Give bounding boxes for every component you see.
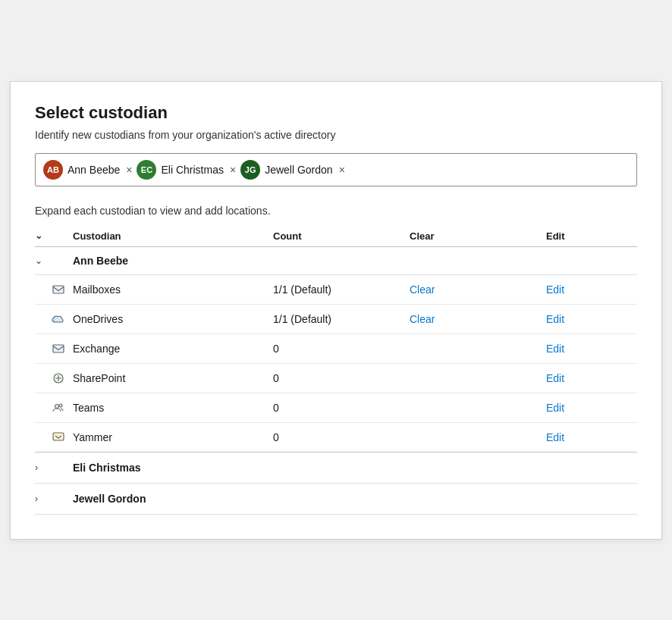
header-count: Count bbox=[273, 230, 410, 242]
tag-ec: ECEli Christmas× bbox=[137, 160, 236, 180]
tag-ab: ABAnn Beebe× bbox=[43, 160, 132, 180]
edit-link-onedrives[interactable]: Edit bbox=[546, 313, 564, 325]
header-edit: Edit bbox=[546, 230, 637, 242]
location-row-onedrives: OneDrives1/1 (Default)ClearEdit bbox=[35, 305, 637, 334]
collapsed-chevron-jewell-gordon[interactable]: › bbox=[35, 493, 73, 504]
location-edit-exchange[interactable]: Edit bbox=[546, 342, 637, 355]
svg-point-3 bbox=[55, 404, 59, 408]
location-edit-sharepoint[interactable]: Edit bbox=[546, 371, 637, 385]
location-icon-mailboxes bbox=[35, 283, 73, 296]
location-icon-yammer bbox=[35, 431, 73, 444]
tag-name-ab: Ann Beebe bbox=[68, 164, 120, 176]
header-chevron-col: ⌄ bbox=[35, 230, 73, 241]
location-count-yammer: 0 bbox=[273, 431, 410, 443]
avatar-jg: JG bbox=[240, 160, 260, 180]
svg-rect-5 bbox=[53, 433, 64, 440]
location-edit-onedrives[interactable]: Edit bbox=[546, 312, 637, 326]
select-custodian-panel: Select custodian Identify new custodians… bbox=[10, 81, 662, 540]
location-icon-exchange bbox=[35, 342, 73, 355]
avatar-ab: AB bbox=[43, 160, 63, 180]
page-title: Select custodian bbox=[35, 103, 637, 123]
custodian-search-box[interactable]: ABAnn Beebe×ECEli Christmas×JGJewell Gor… bbox=[35, 153, 637, 186]
tag-jg: JGJewell Gordon× bbox=[240, 160, 345, 180]
tag-close-ec[interactable]: × bbox=[230, 164, 236, 175]
location-edit-teams[interactable]: Edit bbox=[546, 401, 637, 415]
location-row-exchange: Exchange0Edit bbox=[35, 334, 637, 364]
location-row-sharepoint: SharePoint0Edit bbox=[35, 364, 637, 393]
collapsed-row-jewell-gordon[interactable]: ›Jewell Gordon bbox=[35, 484, 637, 515]
location-name-exchange: Exchange bbox=[73, 343, 273, 355]
collapse-all-icon[interactable]: ⌄ bbox=[35, 230, 42, 241]
location-icon-teams bbox=[35, 401, 73, 415]
location-count-exchange: 0 bbox=[273, 343, 410, 355]
location-row-teams: Teams0Edit bbox=[35, 393, 637, 423]
custodian-section-ann-beebe: ⌄Ann BeebeMailboxes1/1 (Default)ClearEdi… bbox=[35, 247, 637, 452]
page-subtitle: Identify new custodians from your organi… bbox=[35, 129, 637, 141]
location-count-sharepoint: 0 bbox=[273, 372, 410, 384]
location-count-mailboxes: 1/1 (Default) bbox=[273, 283, 410, 296]
custodian-row-ann-beebe: ⌄Ann Beebe bbox=[35, 247, 637, 275]
svg-rect-1 bbox=[53, 345, 64, 352]
location-clear-mailboxes[interactable]: Clear bbox=[410, 283, 546, 296]
tag-close-ab[interactable]: × bbox=[126, 164, 132, 175]
location-name-onedrives: OneDrives bbox=[73, 313, 273, 325]
location-edit-yammer[interactable]: Edit bbox=[546, 431, 637, 444]
location-count-teams: 0 bbox=[273, 402, 410, 414]
tag-close-jg[interactable]: × bbox=[339, 164, 345, 175]
edit-link-sharepoint[interactable]: Edit bbox=[546, 372, 564, 384]
location-clear-onedrives[interactable]: Clear bbox=[410, 312, 546, 326]
location-icon-sharepoint bbox=[35, 371, 73, 385]
edit-link-mailboxes[interactable]: Edit bbox=[546, 283, 564, 296]
edit-link-exchange[interactable]: Edit bbox=[546, 343, 564, 355]
svg-point-4 bbox=[59, 404, 62, 407]
collapsed-row-eli-christmas[interactable]: ›Eli Christmas bbox=[35, 452, 637, 484]
expand-label: Expand each custodian to view and add lo… bbox=[35, 205, 637, 217]
location-edit-mailboxes[interactable]: Edit bbox=[546, 283, 637, 296]
tag-name-jg: Jewell Gordon bbox=[265, 164, 333, 176]
edit-link-yammer[interactable]: Edit bbox=[546, 431, 564, 443]
location-name-sharepoint: SharePoint bbox=[73, 372, 273, 384]
location-name-yammer: Yammer bbox=[73, 431, 273, 443]
custodian-name-ann-beebe: Ann Beebe bbox=[73, 255, 273, 267]
location-row-mailboxes: Mailboxes1/1 (Default)ClearEdit bbox=[35, 275, 637, 305]
location-icon-onedrives bbox=[35, 312, 73, 326]
custodians-list: ⌄Ann BeebeMailboxes1/1 (Default)ClearEdi… bbox=[35, 247, 637, 515]
collapsed-name-eli-christmas: Eli Christmas bbox=[73, 462, 637, 474]
clear-link-onedrives[interactable]: Clear bbox=[410, 313, 435, 325]
header-clear: Clear bbox=[410, 230, 546, 242]
collapsed-name-jewell-gordon: Jewell Gordon bbox=[73, 493, 637, 505]
table-header: ⌄ Custodian Count Clear Edit bbox=[35, 226, 637, 247]
tag-name-ec: Eli Christmas bbox=[161, 164, 223, 176]
location-count-onedrives: 1/1 (Default) bbox=[273, 313, 410, 325]
location-name-teams: Teams bbox=[73, 402, 273, 414]
location-row-yammer: Yammer0Edit bbox=[35, 423, 637, 452]
edit-link-teams[interactable]: Edit bbox=[546, 402, 564, 414]
avatar-ec: EC bbox=[137, 160, 156, 180]
header-custodian: Custodian bbox=[73, 230, 273, 242]
location-name-mailboxes: Mailboxes bbox=[73, 283, 273, 296]
collapsed-chevron-eli-christmas[interactable]: › bbox=[35, 462, 73, 473]
chevron-ann-beebe[interactable]: ⌄ bbox=[35, 255, 73, 266]
svg-rect-0 bbox=[53, 286, 64, 293]
clear-link-mailboxes[interactable]: Clear bbox=[410, 283, 435, 296]
